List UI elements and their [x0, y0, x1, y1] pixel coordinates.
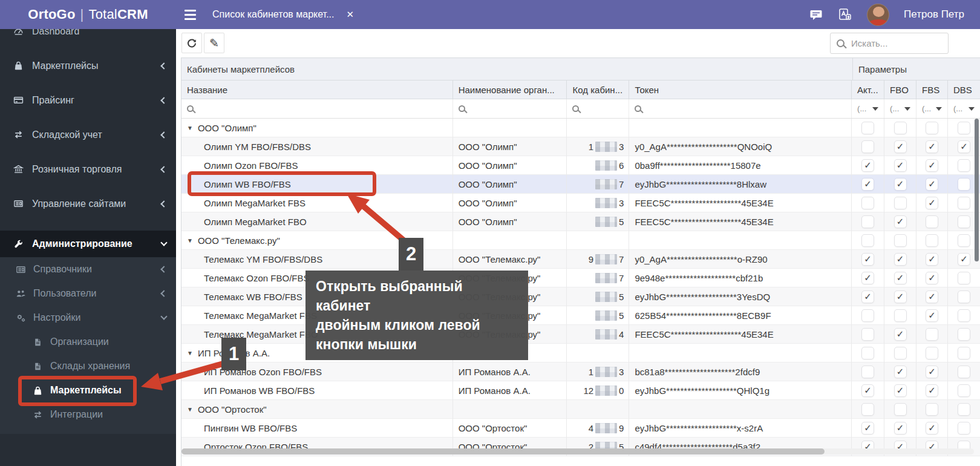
sidebar-item-warehouse[interactable]: Складской учет	[0, 117, 176, 152]
fbo-checkbox[interactable]	[894, 234, 907, 247]
active-checkbox[interactable]	[861, 122, 874, 134]
cell-organization[interactable]: ООО "Телемакс.ру"	[453, 325, 567, 344]
cell-organization[interactable]: ООО "Телемакс.ру"	[453, 269, 567, 287]
cell-cabinet-code[interactable]	[567, 344, 629, 363]
cell-name[interactable]: ▼Олимп YM FBO/FBS/DBS	[181, 137, 453, 156]
table-row[interactable]: ▼ИП Романов Ozon FBO/FBS ИП Романов А.А.…	[181, 363, 980, 381]
cell-organization[interactable]	[453, 231, 567, 250]
cell-cabinet-code[interactable]: 7	[567, 269, 629, 287]
edit-button[interactable]: ✎	[204, 33, 224, 53]
cell-token[interactable]: bc81a8********************2fdcf9	[629, 363, 852, 381]
active-checkbox[interactable]	[861, 309, 874, 322]
cell-name[interactable]: ▼Олимп WB FBO/FBS	[181, 175, 453, 194]
sidebar-item-retail[interactable]: Розничная торговля	[0, 152, 176, 186]
cell-token[interactable]: 9e948e********************cbf21b	[629, 269, 852, 287]
cell-organization[interactable]	[453, 400, 567, 419]
fbo-checkbox[interactable]: ✓	[894, 290, 907, 303]
table-row[interactable]: ▼Олимп MegaMarket FBO ООО "Олимп" 5 FEEC…	[181, 212, 980, 231]
cell-cabinet-code[interactable]: 5	[567, 306, 629, 325]
cell-name[interactable]: ▼ООО "Телемакс.ру"	[181, 231, 453, 250]
table-row[interactable]: ▼Телемакс MegaMarket FBS ООО "Телемакс.р…	[181, 306, 980, 325]
cell-cabinet-code[interactable]: 97	[567, 250, 629, 269]
fbs-checkbox[interactable]: ✓	[926, 422, 938, 435]
cell-cabinet-code[interactable]: 5	[567, 212, 629, 231]
close-icon[interactable]: ✕	[346, 9, 354, 20]
fbo-checkbox[interactable]: ✓	[894, 178, 907, 191]
cell-token[interactable]: eyJhbG********************3YesDQ	[629, 287, 852, 306]
cell-organization[interactable]: ООО "Ортосток"	[453, 419, 567, 438]
active-checkbox[interactable]: ✓	[861, 422, 874, 435]
dbs-checkbox[interactable]	[958, 366, 970, 378]
active-checkbox[interactable]	[861, 215, 874, 228]
filter-dbs-dropdown[interactable]: (...	[948, 99, 980, 118]
active-checkbox[interactable]: ✓	[861, 384, 874, 397]
sidebar-item-sites[interactable]: Управление сайтами	[0, 186, 176, 221]
fbs-checkbox[interactable]: ✓	[926, 140, 938, 153]
sidebar-item-users[interactable]: Пользователи	[0, 281, 176, 306]
fbs-checkbox[interactable]: ✓	[926, 253, 938, 266]
cell-organization[interactable]: ИП Романов А.А.	[453, 381, 567, 400]
chat-icon[interactable]	[809, 7, 823, 22]
dbs-checkbox[interactable]	[958, 215, 970, 228]
cell-name[interactable]: ▼ООО "Олимп"	[181, 119, 453, 137]
horizontal-scrollbar[interactable]	[181, 448, 974, 455]
cell-cabinet-code[interactable]: 5	[567, 287, 629, 306]
dbs-checkbox[interactable]	[958, 272, 970, 284]
sidebar-item-storage-warehouses[interactable]: Склады хранения	[0, 354, 176, 378]
fbo-checkbox[interactable]	[894, 122, 907, 134]
table-row[interactable]: ▼ООО "Телемакс.ру"	[181, 231, 980, 250]
fbo-checkbox[interactable]: ✓	[894, 253, 907, 266]
cell-name[interactable]: ▼Олимп Ozon FBO/FBS	[181, 156, 453, 175]
cell-name[interactable]: ▼Пингвин WB FBO/FBS	[181, 419, 453, 438]
filter-organization[interactable]	[453, 99, 567, 118]
menu-toggle-icon[interactable]	[176, 10, 204, 20]
active-checkbox[interactable]	[861, 366, 874, 378]
dbs-checkbox[interactable]	[958, 328, 970, 341]
active-checkbox[interactable]	[861, 347, 874, 359]
dbs-checkbox[interactable]	[958, 197, 970, 209]
search-input[interactable]	[850, 38, 929, 49]
table-row[interactable]: ▼Телемакс YM FBO/FBS/DBS ООО "Телемакс.р…	[181, 250, 980, 269]
fbo-checkbox[interactable]: ✓	[894, 215, 907, 228]
cell-name[interactable]: ▼Олимп MegaMarket FBO	[181, 212, 453, 231]
cell-name[interactable]: ▼Телемакс MegaMarket FBO	[181, 325, 453, 344]
cell-organization[interactable]: ООО "Олимп"	[453, 175, 567, 194]
group-expand-icon[interactable]: ▼	[187, 350, 193, 356]
fbo-checkbox[interactable]	[894, 197, 907, 209]
fbo-checkbox[interactable]: ✓	[894, 422, 907, 435]
global-search[interactable]	[830, 33, 949, 54]
cell-token[interactable]: FEEC5C********************45E34E	[629, 325, 852, 344]
cell-cabinet-code[interactable]: 13	[567, 363, 629, 381]
cell-cabinet-code[interactable]: 7	[567, 175, 629, 194]
cell-organization[interactable]: ООО "Олимп"	[453, 137, 567, 156]
fbs-checkbox[interactable]	[926, 122, 938, 134]
cell-organization[interactable]: ИП Романов А.А.	[453, 363, 567, 381]
active-checkbox[interactable]: ✓	[861, 159, 874, 172]
fbo-checkbox[interactable]	[894, 347, 907, 359]
tab-marketplace-cabinets[interactable]: Список кабинетов маркет... ✕	[204, 0, 362, 29]
dbs-checkbox[interactable]	[958, 347, 970, 359]
dbs-checkbox[interactable]	[958, 422, 970, 435]
cell-cabinet-code[interactable]: 13	[567, 137, 629, 156]
cell-token[interactable]	[629, 344, 852, 363]
group-expand-icon[interactable]: ▼	[187, 237, 193, 244]
filter-active-dropdown[interactable]: (...	[852, 99, 884, 118]
sidebar-item-integrations[interactable]: Интеграции	[0, 402, 176, 427]
cell-token[interactable]: eyJhbG********************8Hlxaw	[629, 175, 852, 194]
table-row[interactable]: ▼ИП Романов А.А.	[181, 344, 980, 363]
column-header-dbs[interactable]: DBS	[948, 80, 980, 99]
cell-token[interactable]: 625B54********************8ECB9F	[629, 306, 852, 325]
cell-name[interactable]: ▼Телемакс YM FBO/FBS/DBS	[181, 250, 453, 269]
sidebar-item-settings[interactable]: Настройки	[0, 306, 176, 330]
cell-name[interactable]: ▼Телемакс MegaMarket FBS	[181, 306, 453, 325]
table-row[interactable]: ▼Олимп WB FBO/FBS ООО "Олимп" 7 eyJhbG**…	[181, 175, 980, 194]
sidebar-item-settings-marketplaces[interactable]: Маркетплейсы	[0, 378, 176, 402]
dbs-checkbox[interactable]	[958, 403, 970, 416]
cell-token[interactable]: eyJhbG********************QHlQ1g	[629, 381, 852, 400]
filter-fbo-dropdown[interactable]: (...	[884, 99, 916, 118]
fbs-checkbox[interactable]: ✓	[926, 309, 938, 322]
fbs-checkbox[interactable]: ✓	[926, 290, 938, 303]
sidebar-item-marketplaces[interactable]: Маркетплейсы	[0, 48, 176, 83]
fbo-checkbox[interactable]	[894, 309, 907, 322]
dbs-checkbox[interactable]	[958, 309, 970, 322]
